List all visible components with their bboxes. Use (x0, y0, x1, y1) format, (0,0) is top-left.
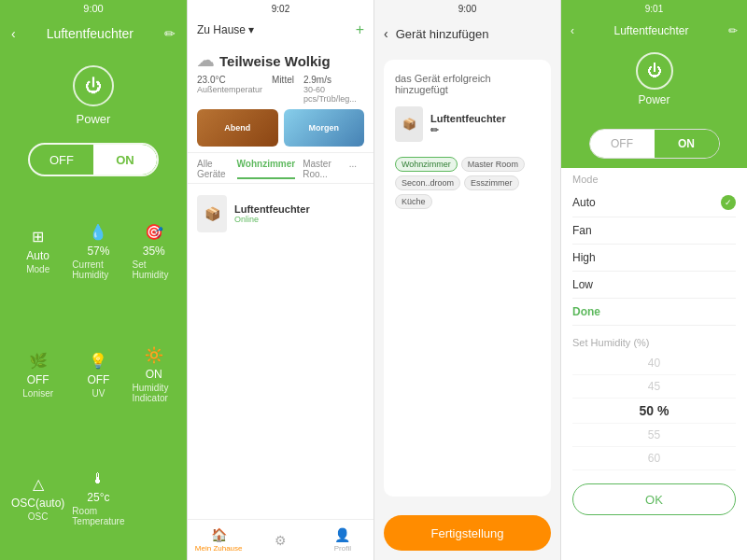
mode-high[interactable]: High (572, 245, 736, 272)
mode-icon: ⊞ (32, 228, 44, 245)
device-card-name: Luftentfeuchter (430, 113, 506, 124)
device-thumbnail: 📦 (197, 195, 227, 232)
set-humidity-section: Set Humidity (%) 40 45 50 % 55 60 (561, 331, 747, 476)
edit-icon-1[interactable]: ✏ (164, 26, 176, 41)
status-bar-3: 9:00 (374, 0, 560, 17)
success-message: das Gerät erfolgreich hinzugefügt (395, 73, 540, 95)
weather-wind: 2.9m/s 30-60 pcs/Trüb/leg... (303, 75, 364, 104)
add-device-icon[interactable]: + (356, 21, 364, 38)
mode-fan[interactable]: Fan (572, 217, 736, 245)
room-tag-master[interactable]: Master Room (461, 157, 525, 172)
edit-device-icon[interactable]: ✏ (430, 124, 439, 135)
device-card-row: 📦 Luftentfeuchter ✏ (395, 106, 540, 142)
home-icon: 🏠 (211, 527, 227, 542)
status-bar-4: 9:01 (571, 0, 738, 17)
control-humidity[interactable]: 💧 57% Current Humidity (68, 189, 128, 314)
p4-power-label: Power (638, 93, 669, 106)
power-button[interactable]: ⏻ (73, 65, 114, 106)
toggle-on-option[interactable]: ON (93, 145, 157, 175)
nav-profile[interactable]: 👤 Profil (312, 520, 374, 560)
p4-toggle-on[interactable]: ON (655, 130, 719, 158)
tab-all-devices[interactable]: Alle Geräte (197, 159, 230, 179)
p4-power-button[interactable]: ⏻ (636, 52, 673, 90)
uv-icon: 💡 (89, 352, 107, 370)
mode-section-label: Mode (572, 174, 736, 185)
device-status: Online (234, 215, 310, 224)
tab-wohnzimmer[interactable]: Wohnzimmer (237, 159, 296, 179)
device-list: 📦 Luftentfeuchter Online (188, 184, 374, 244)
p3-footer: Fertigstellung (374, 506, 560, 560)
set-humidity-name: Set Humidity (133, 259, 176, 280)
device-card-icon: 📦 (395, 106, 423, 142)
control-set-humidity[interactable]: 🎯 35% Set Humidity (129, 189, 180, 314)
humidity-icon: 💧 (89, 223, 107, 241)
room-tag-wohnzimmer[interactable]: Wohnzimmer (395, 157, 458, 172)
p4-title: Luftentfeuchter (613, 24, 688, 37)
hum-option-50[interactable]: 50 % (572, 399, 736, 424)
nav-settings[interactable]: ⚙ (249, 520, 311, 560)
hum-option-40[interactable]: 40 (572, 352, 736, 375)
control-osc[interactable]: △ OSC(auto) OSC (7, 437, 68, 560)
toggle-off-option[interactable]: OFF (30, 145, 93, 175)
weather-meta: 23.0°C Außentemperatur Mittel 2.9m/s 30-… (197, 75, 364, 104)
mode-name: Mode (26, 264, 49, 274)
p4-edit-icon[interactable]: ✏ (728, 24, 738, 37)
on-off-toggle[interactable]: OFF ON (28, 143, 159, 176)
done-option[interactable]: Done (572, 299, 736, 326)
mode-low[interactable]: Low (572, 272, 736, 299)
location-label[interactable]: Zu Hause ▾ (197, 23, 254, 36)
room-tag-second[interactable]: Secon..droom (395, 175, 460, 190)
set-humidity-icon: 🎯 (145, 223, 163, 241)
p4-top-section: 9:01 ‹ Luftentfeuchter ✏ ⏻ Power OFF ON (561, 0, 747, 168)
humidity-picker: 40 45 50 % 55 60 (572, 352, 736, 470)
p4-back-icon[interactable]: ‹ (571, 24, 574, 37)
control-temperature[interactable]: 🌡 25°c Room Temperature (68, 437, 128, 560)
fertigstellung-button[interactable]: Fertigstellung (384, 515, 551, 551)
nav-profile-label: Profil (334, 544, 351, 553)
hum-option-60[interactable]: 60 (572, 447, 736, 470)
ok-button[interactable]: OK (572, 483, 736, 515)
cloud-icon: ☁ (197, 50, 214, 71)
room-tags: Wohnzimmer Master Room Secon..droom Essz… (395, 157, 540, 209)
temperature-icon: 🌡 (91, 470, 106, 487)
control-loniser[interactable]: 🌿 OFF Loniser (7, 314, 68, 438)
room-tag-küche[interactable]: Küche (395, 194, 432, 209)
hum-option-55[interactable]: 55 (572, 424, 736, 447)
p4-navbar: ‹ Luftentfeuchter ✏ (571, 17, 738, 45)
tab-master-room[interactable]: Master Roo... (303, 159, 341, 179)
p3-back-icon[interactable]: ‹ (384, 26, 388, 41)
device-info: Luftentfeuchter Online (234, 203, 310, 224)
hum-option-45[interactable]: 45 (572, 375, 736, 399)
room-tag-esszimmer[interactable]: Esszimmer (464, 175, 519, 190)
device-card-info: Luftentfeuchter ✏ (430, 113, 506, 136)
control-mode[interactable]: ⊞ Auto Mode (7, 189, 68, 314)
page-title-1: Luftentfeuchter (16, 26, 164, 41)
evening-image: Abend (197, 109, 278, 147)
p4-toggle-off[interactable]: OFF (590, 130, 655, 158)
temperature-name: Room Temperature (72, 506, 124, 526)
main-panel: 9:00 ‹ Luftentfeuchter ✏ ⏻ Power OFF ON … (0, 0, 187, 560)
humidity-value: 57% (87, 245, 109, 258)
success-card: das Gerät erfolgreich hinzugefügt 📦 Luft… (384, 60, 551, 497)
weather-wind-title: Mittel (272, 75, 294, 104)
tab-more[interactable]: ... (349, 159, 357, 179)
mode-auto[interactable]: Auto ✓ (572, 189, 736, 217)
detail-panel: 9:01 ‹ Luftentfeuchter ✏ ⏻ Power OFF ON … (560, 0, 747, 560)
uv-value: OFF (87, 373, 109, 386)
device-name: Luftentfeuchter (234, 203, 310, 215)
weather-title: ☁ Teilweise Wolkig (197, 50, 364, 71)
control-uv[interactable]: 💡 OFF UV (68, 314, 128, 438)
set-humidity-value: 35% (143, 245, 165, 258)
nav-home[interactable]: 🏠 Mein Zuhause (188, 520, 249, 560)
add-device-panel: 9:00 ‹ Gerät hinzufügen das Gerät erfolg… (374, 0, 560, 560)
profile-icon: 👤 (334, 527, 350, 542)
loniser-icon: 🌿 (29, 352, 48, 370)
control-humidity-indicator[interactable]: 🔆 ON Humidity Indicator (129, 314, 180, 438)
loniser-value: OFF (27, 373, 49, 386)
device-item-luftentfeuchter[interactable]: 📦 Luftentfeuchter Online (197, 191, 364, 236)
nav-bar-1: ‹ Luftentfeuchter ✏ (0, 17, 187, 50)
settings-icon: ⚙ (275, 533, 287, 548)
weather-images: Abend Morgen (197, 109, 364, 147)
p4-toggle[interactable]: OFF ON (589, 129, 720, 159)
power-section: ⏻ Power (0, 50, 187, 137)
